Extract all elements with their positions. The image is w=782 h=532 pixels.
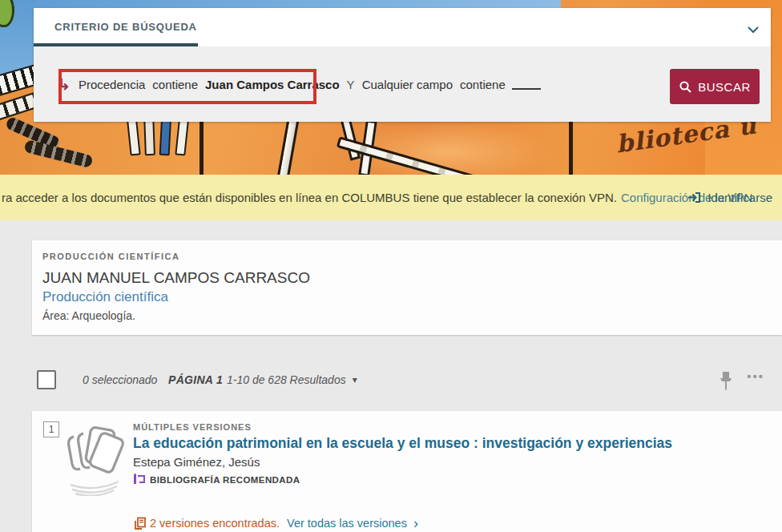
criteria-field[interactable]: Procedencia bbox=[79, 78, 145, 91]
results-toolbar: 0 seleccionado PÁGINA 1 1-10 de 628 Resu… bbox=[32, 365, 782, 400]
mural-outline bbox=[200, 120, 204, 175]
search-tabbar: CRITERIO DE BÚSQUEDA bbox=[34, 8, 771, 46]
recommended-bibliography-badge: BIBLIOGRAFÍA RECOMENDADA bbox=[133, 474, 769, 486]
query-summary[interactable]: ↳ Procedencia contiene Juan Campos Carra… bbox=[58, 46, 541, 122]
researcher-profile-card: PRODUCCIÓN CIENTÍFICA JUAN MANUEL CAMPOS… bbox=[32, 240, 782, 335]
vpn-notice-text: ra acceder a los documentos que están di… bbox=[2, 191, 617, 204]
subquery-arrow-icon: ↳ bbox=[58, 77, 71, 92]
result-author: Estepa Giménez, Jesús bbox=[133, 455, 769, 469]
caret-down-icon: ▾ bbox=[353, 374, 357, 385]
tab-search-criteria[interactable]: CRITERIO DE BÚSQUEDA bbox=[54, 21, 197, 33]
result-title-link[interactable]: La educación patrimonial en la escuela y… bbox=[133, 435, 769, 452]
versions-icon bbox=[133, 517, 147, 530]
researcher-area: Área: Arqueología. bbox=[42, 309, 135, 322]
results-count-dropdown[interactable]: 1-10 de 628 Resultados ▾ bbox=[227, 373, 357, 386]
researcher-name: JUAN MANUEL CAMPOS CARRASCO bbox=[42, 269, 310, 287]
see-all-versions-link[interactable]: Ver todas las versiones bbox=[287, 517, 407, 530]
multiple-versions-label: MÚLTIPLES VERSIONES bbox=[133, 422, 769, 432]
criteria-operator[interactable]: contiene bbox=[152, 78, 198, 91]
versions-row: 2 versiones encontradas. Ver todas las v… bbox=[133, 516, 418, 530]
result-item: 1 MÚLTIPLES VERSIONES La educación patri… bbox=[32, 411, 782, 532]
result-rank: 1 bbox=[43, 421, 59, 437]
criteria-operator-2[interactable]: contiene bbox=[460, 78, 506, 91]
vpn-notice-banner: ra acceder a los documentos que están di… bbox=[0, 175, 782, 220]
chevron-right-icon[interactable]: › bbox=[413, 516, 418, 530]
result-text-column: MÚLTIPLES VERSIONES La educación patrimo… bbox=[133, 422, 769, 486]
page-indicator: PÁGINA 1 bbox=[168, 373, 223, 386]
search-button[interactable]: BUSCAR bbox=[670, 69, 760, 104]
reading-list-icon bbox=[133, 474, 145, 486]
results-count-label: 1-10 de 628 Resultados bbox=[227, 373, 346, 386]
search-criteria-panel: CRITERIO DE BÚSQUEDA ↳ Procedencia conti… bbox=[34, 8, 771, 122]
selected-count: 0 seleccionado bbox=[83, 373, 157, 386]
search-button-label: BUSCAR bbox=[698, 80, 751, 94]
versions-found-text[interactable]: 2 versiones encontradas. bbox=[150, 517, 280, 530]
collapse-chevron-down-icon[interactable] bbox=[747, 22, 760, 37]
sign-in-icon bbox=[687, 190, 702, 205]
pin-results-icon[interactable] bbox=[719, 371, 733, 395]
sign-in-label: Identificarse bbox=[707, 191, 772, 204]
multiple-versions-thumbnail-icon bbox=[62, 422, 130, 499]
profile-card-eyebrow: PRODUCCIÓN CIENTÍFICA bbox=[42, 252, 179, 261]
mural-outline bbox=[569, 119, 573, 175]
select-all-checkbox[interactable] bbox=[37, 370, 56, 389]
criteria-value[interactable]: Juan Campos Carrasco bbox=[205, 78, 340, 91]
criteria-connector[interactable]: Y bbox=[347, 78, 355, 91]
scientific-production-link[interactable]: Producción científica bbox=[42, 289, 168, 305]
sign-in-link[interactable]: Identificarse bbox=[687, 190, 772, 205]
page: blioteca u CRITERIO DE BÚSQUEDA ↳ Proced… bbox=[0, 0, 782, 532]
criteria-value-2-blank-input[interactable] bbox=[512, 79, 541, 90]
search-icon bbox=[679, 80, 692, 94]
criteria-field-2[interactable]: Cualquier campo bbox=[362, 78, 453, 91]
search-criteria-row: ↳ Procedencia contiene Juan Campos Carra… bbox=[34, 46, 771, 122]
more-actions-icon[interactable]: ••• bbox=[747, 369, 764, 383]
recommended-bibliography-label: BIBLIOGRAFÍA RECOMENDADA bbox=[150, 475, 300, 485]
